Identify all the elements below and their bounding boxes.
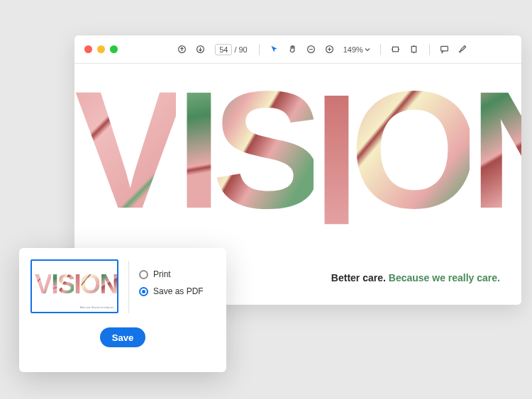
page-current-input[interactable]: 54 [215, 44, 232, 55]
page-slash: / [234, 45, 236, 54]
fit-width-icon[interactable] [388, 42, 404, 57]
separator [429, 44, 430, 55]
page-up-icon[interactable] [174, 42, 189, 57]
svg-rect-4 [393, 47, 399, 52]
svg-rect-5 [412, 46, 417, 52]
divider [128, 261, 129, 313]
save-dialog: VISION Better care. Because we really ca… [19, 248, 226, 372]
radio-icon [139, 270, 148, 279]
comment-icon[interactable] [437, 42, 453, 57]
titlebar: 54 / 90 149% [74, 35, 521, 64]
tagline: Better care. Because we really care. [331, 272, 500, 283]
option-save-pdf[interactable]: Save as PDF [139, 286, 204, 296]
minimize-icon[interactable] [97, 45, 105, 53]
separator [380, 44, 381, 55]
fit-page-icon[interactable] [406, 42, 422, 57]
highlight-icon[interactable] [455, 42, 471, 57]
zoom-out-icon[interactable] [304, 42, 319, 57]
select-tool-icon[interactable] [267, 42, 282, 57]
tagline-accent: Because we really care. [389, 272, 500, 283]
toolbar: 54 / 90 149% [133, 42, 511, 57]
vision-headline: VISION [74, 71, 521, 229]
option-pdf-label: Save as PDF [153, 286, 204, 296]
zoom-value: 149% [343, 45, 363, 54]
export-options: Print Save as PDF [139, 259, 204, 296]
svg-rect-6 [441, 46, 448, 51]
page-thumbnail[interactable]: VISION Better care. Because we really ca… [31, 259, 118, 313]
maximize-icon[interactable] [110, 45, 118, 53]
thumbnail-tagline: Better care. Because we really care. [80, 306, 114, 309]
close-icon[interactable] [84, 45, 92, 53]
option-print[interactable]: Print [139, 269, 204, 279]
page-total: 90 [238, 45, 247, 54]
separator [259, 44, 260, 55]
option-print-label: Print [153, 269, 171, 279]
chevron-down-icon [365, 47, 370, 52]
zoom-in-icon[interactable] [322, 42, 338, 57]
window-controls [84, 45, 118, 53]
radio-icon [139, 287, 148, 296]
hand-tool-icon[interactable] [285, 42, 301, 57]
save-button[interactable]: Save [100, 327, 145, 347]
page-indicator: 54 / 90 [215, 44, 248, 55]
thumbnail-preview: VISION [35, 269, 118, 300]
page-down-icon[interactable] [192, 42, 208, 57]
tagline-bold: Better care. [331, 272, 386, 283]
zoom-dropdown[interactable]: 149% [343, 45, 370, 54]
